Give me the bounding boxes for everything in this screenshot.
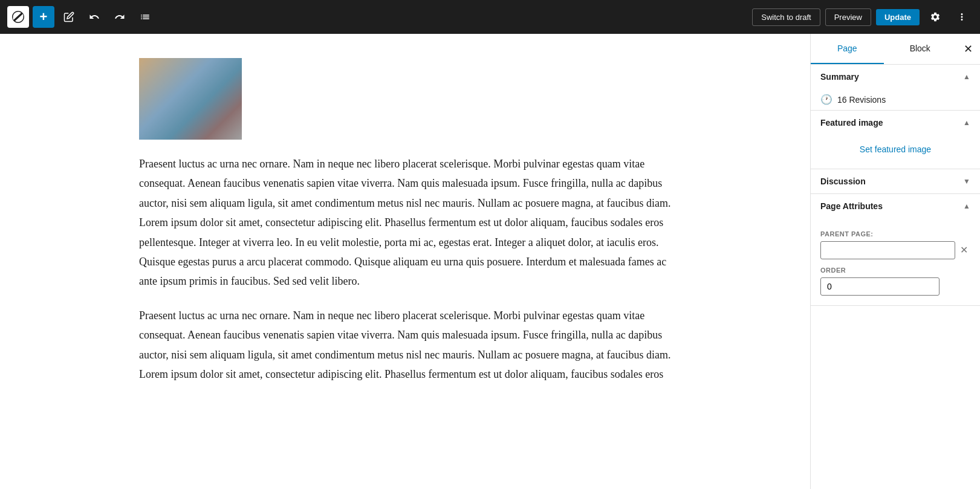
panel-page-attributes-content: PARENT PAGE: ✕ ORDER <box>811 218 980 305</box>
toolbar: + Switch to draft Preview Update <box>0 0 980 34</box>
settings-button[interactable] <box>924 6 946 28</box>
toolbar-left: + <box>7 6 156 28</box>
featured-image-block <box>139 58 671 140</box>
edit-button[interactable] <box>58 6 80 28</box>
update-button[interactable]: Update <box>876 9 920 25</box>
page-attributes-chevron-icon: ▲ <box>963 202 970 210</box>
tab-block[interactable]: Block <box>884 34 957 64</box>
panel-discussion-header[interactable]: Discussion ▼ <box>811 169 980 193</box>
redo-button[interactable] <box>109 6 131 28</box>
editor-content: Praesent luctus ac urna nec ornare. Nam … <box>115 58 695 384</box>
panel-page-attributes-label: Page Attributes <box>820 201 883 211</box>
more-options-button[interactable] <box>951 6 973 28</box>
parent-page-input[interactable] <box>820 241 955 259</box>
panel-discussion: Discussion ▼ <box>811 169 980 194</box>
parent-page-clear-button[interactable]: ✕ <box>958 243 970 257</box>
featured-image-chevron-icon: ▲ <box>963 118 970 127</box>
panel-featured-image-label: Featured image <box>820 118 883 128</box>
revisions-label: 16 Revisions <box>837 95 886 105</box>
featured-image-thumbnail <box>139 58 242 140</box>
discussion-chevron-icon: ▼ <box>963 177 970 186</box>
parent-page-label: PARENT PAGE: <box>820 230 970 238</box>
revisions-clock-icon: 🕐 <box>820 94 832 105</box>
parent-page-row: ✕ <box>820 241 970 259</box>
panel-featured-image-header[interactable]: Featured image ▲ <box>811 111 980 135</box>
wordpress-logo[interactable] <box>7 6 29 28</box>
add-block-button[interactable]: + <box>33 6 54 28</box>
sidebar: Page Block ✕ Summary ▲ 🕐 16 Revisions Fe… <box>810 34 980 489</box>
panel-discussion-label: Discussion <box>820 176 866 186</box>
main-layout: Praesent luctus ac urna nec ornare. Nam … <box>0 34 980 489</box>
set-featured-image-link[interactable]: Set featured image <box>820 140 970 159</box>
panel-featured-image: Featured image ▲ Set featured image <box>811 111 980 169</box>
sidebar-close-button[interactable]: ✕ <box>956 34 980 64</box>
panel-featured-image-content: Set featured image <box>811 135 980 169</box>
editor-area[interactable]: Praesent luctus ac urna nec ornare. Nam … <box>0 34 810 489</box>
list-view-button[interactable] <box>134 6 156 28</box>
paragraph-2[interactable]: Praesent luctus ac urna nec ornare. Nam … <box>139 306 671 384</box>
toolbar-right: Switch to draft Preview Update <box>752 6 973 28</box>
panel-summary-label: Summary <box>820 72 859 82</box>
revisions-row[interactable]: 🕐 16 Revisions <box>811 89 980 110</box>
panel-page-attributes-header[interactable]: Page Attributes ▲ <box>811 194 980 218</box>
order-label: ORDER <box>820 267 970 274</box>
sidebar-tabs-row: Page Block ✕ <box>811 34 980 65</box>
order-input[interactable] <box>820 277 939 296</box>
panel-page-attributes: Page Attributes ▲ PARENT PAGE: ✕ ORDER <box>811 194 980 306</box>
tab-page[interactable]: Page <box>811 34 884 64</box>
switch-to-draft-button[interactable]: Switch to draft <box>752 8 820 26</box>
summary-chevron-icon: ▲ <box>963 73 970 81</box>
panel-summary: Summary ▲ 🕐 16 Revisions <box>811 65 980 111</box>
article-text[interactable]: Praesent luctus ac urna nec ornare. Nam … <box>139 154 671 384</box>
undo-button[interactable] <box>83 6 105 28</box>
preview-button[interactable]: Preview <box>825 8 871 26</box>
paragraph-1[interactable]: Praesent luctus ac urna nec ornare. Nam … <box>139 154 671 291</box>
panel-summary-header[interactable]: Summary ▲ <box>811 65 980 89</box>
